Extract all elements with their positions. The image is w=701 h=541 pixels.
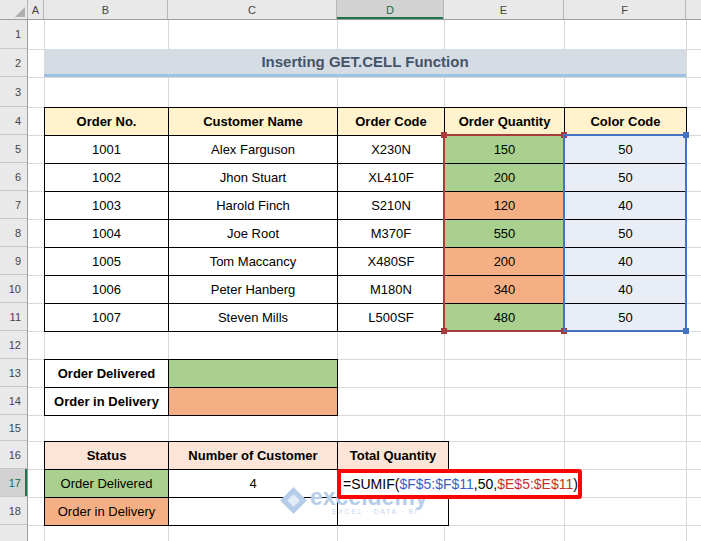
- legend-color-swatch[interactable]: [169, 360, 338, 388]
- color-code-cell[interactable]: 40: [565, 276, 687, 304]
- order-code-cell[interactable]: XL410F: [338, 164, 445, 192]
- column-header-c[interactable]: C: [168, 0, 337, 19]
- summary-count-cell[interactable]: [169, 498, 338, 526]
- order-no-cell[interactable]: 1002: [45, 164, 169, 192]
- row-header-18[interactable]: 18: [0, 497, 27, 525]
- customer-cell[interactable]: Joe Root: [169, 220, 338, 248]
- row-header-3[interactable]: 3: [0, 77, 27, 107]
- order-code-cell[interactable]: M180N: [338, 276, 445, 304]
- row-header-9[interactable]: 9: [0, 247, 27, 275]
- row-header-1[interactable]: 1: [0, 20, 27, 49]
- orders-header-color-code[interactable]: Color Code: [565, 108, 687, 136]
- customer-cell[interactable]: Harold Finch: [169, 192, 338, 220]
- summary-header-status[interactable]: Status: [45, 442, 169, 470]
- orders-header-order-code[interactable]: Order Code: [338, 108, 445, 136]
- quantity-cell[interactable]: 200: [445, 164, 565, 192]
- color-code-cell[interactable]: 50: [565, 136, 687, 164]
- row-header-8[interactable]: 8: [0, 219, 27, 247]
- column-header-a[interactable]: A: [28, 0, 44, 19]
- summary-status-cell[interactable]: Order Delivered: [45, 470, 169, 498]
- customer-cell[interactable]: Alex Farguson: [169, 136, 338, 164]
- formula-middle: ,50,: [474, 476, 497, 492]
- formula-annotation-box: =SUMIF($F$5:$F$11,50,$E$5:$E$11): [337, 469, 582, 499]
- summary-header-count[interactable]: Number of Customer: [169, 442, 338, 470]
- orders-header-quantity[interactable]: Order Quantity: [445, 108, 565, 136]
- order-code-cell[interactable]: X480SF: [338, 248, 445, 276]
- legend-label[interactable]: Order in Delivery: [45, 388, 169, 416]
- order-no-cell[interactable]: 1001: [45, 136, 169, 164]
- order-code-cell[interactable]: L500SF: [338, 304, 445, 332]
- order-no-cell[interactable]: 1006: [45, 276, 169, 304]
- row-header-5[interactable]: 5: [0, 135, 27, 163]
- formula-input[interactable]: =SUMIF($F$5:$F$11,50,$E$5:$E$11): [343, 476, 578, 492]
- customer-cell[interactable]: Peter Hanberg: [169, 276, 338, 304]
- row-header-2[interactable]: 2: [0, 49, 27, 77]
- row-header-11[interactable]: 11: [0, 303, 27, 331]
- column-header-e[interactable]: E: [444, 0, 564, 19]
- orders-table: Order No. Customer Name Order Code Order…: [44, 107, 687, 332]
- row-header-17-active[interactable]: 17: [0, 469, 27, 497]
- summary-count-cell[interactable]: 4: [169, 470, 338, 498]
- column-header-d-active[interactable]: D: [337, 0, 444, 19]
- gridline: [28, 77, 701, 78]
- row-header-13[interactable]: 13: [0, 359, 27, 387]
- excel-worksheet: A B C D E F 1 2 3 4 5 6 7 8 9 10 11 12 1…: [0, 0, 701, 541]
- sheet-title-cell[interactable]: Inserting GET.CELL Function: [44, 49, 686, 77]
- order-code-cell[interactable]: M370F: [338, 220, 445, 248]
- column-header-b[interactable]: B: [44, 0, 168, 19]
- row-header-16[interactable]: 16: [0, 441, 27, 469]
- row-header-10[interactable]: 10: [0, 275, 27, 303]
- quantity-cell[interactable]: 120: [445, 192, 565, 220]
- color-code-cell[interactable]: 50: [565, 220, 687, 248]
- order-no-cell[interactable]: 1005: [45, 248, 169, 276]
- quantity-cell[interactable]: 150: [445, 136, 565, 164]
- quantity-cell[interactable]: 340: [445, 276, 565, 304]
- formula-suffix: ): [573, 476, 578, 492]
- column-header-strip: A B C D E F: [0, 0, 701, 20]
- customer-cell[interactable]: Tom Maccancy: [169, 248, 338, 276]
- color-code-cell[interactable]: 40: [565, 248, 687, 276]
- row-header-6[interactable]: 6: [0, 163, 27, 191]
- summary-status-cell[interactable]: Order in Delivery: [45, 498, 169, 526]
- column-header-f[interactable]: F: [564, 0, 686, 19]
- quantity-cell[interactable]: 200: [445, 248, 565, 276]
- order-no-cell[interactable]: 1004: [45, 220, 169, 248]
- customer-cell[interactable]: Jhon Stuart: [169, 164, 338, 192]
- row-header-strip: 1 2 3 4 5 6 7 8 9 10 11 12 13 14 15 16 1…: [0, 20, 28, 541]
- color-code-cell[interactable]: 40: [565, 192, 687, 220]
- orders-header-customer[interactable]: Customer Name: [169, 108, 338, 136]
- formula-prefix: =SUMIF(: [343, 476, 399, 492]
- row-header-7[interactable]: 7: [0, 191, 27, 219]
- quantity-cell[interactable]: 550: [445, 220, 565, 248]
- column-header-g-partial[interactable]: [686, 0, 701, 19]
- order-code-cell[interactable]: X230N: [338, 136, 445, 164]
- order-code-cell[interactable]: S210N: [338, 192, 445, 220]
- row-header-4[interactable]: 4: [0, 107, 27, 135]
- legend-table: Order Delivered Order in Delivery: [44, 359, 338, 416]
- orders-header-order-no[interactable]: Order No.: [45, 108, 169, 136]
- row-header-12[interactable]: 12: [0, 331, 27, 359]
- select-all-corner[interactable]: [0, 0, 28, 19]
- order-no-cell[interactable]: 1007: [45, 304, 169, 332]
- legend-color-swatch[interactable]: [169, 388, 338, 416]
- customer-cell[interactable]: Steven Mills: [169, 304, 338, 332]
- row-header-14[interactable]: 14: [0, 387, 27, 415]
- order-no-cell[interactable]: 1003: [45, 192, 169, 220]
- row-header-15[interactable]: 15: [0, 415, 27, 441]
- color-code-cell[interactable]: 50: [565, 164, 687, 192]
- legend-label[interactable]: Order Delivered: [45, 360, 169, 388]
- summary-header-quantity[interactable]: Total Quantity: [338, 442, 449, 470]
- color-code-cell[interactable]: 50: [565, 304, 687, 332]
- formula-ref-red: $E$5:$E$11: [497, 476, 573, 492]
- formula-ref-blue: $F$5:$F$11: [399, 476, 473, 492]
- summary-total-cell-d18[interactable]: [338, 498, 449, 526]
- quantity-cell[interactable]: 480: [445, 304, 565, 332]
